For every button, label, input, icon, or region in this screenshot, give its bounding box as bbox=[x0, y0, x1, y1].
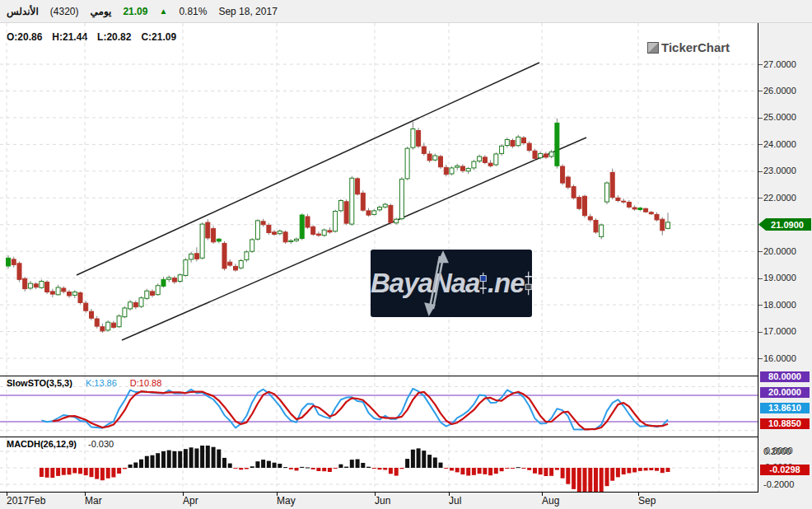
up-arrow-icon: ▲ bbox=[159, 7, 167, 16]
timeframe-selector[interactable]: يومي bbox=[90, 6, 111, 17]
price-tick-label: 24.0000 bbox=[763, 139, 796, 149]
price-tick-mark bbox=[758, 198, 763, 198]
price-tick-mark bbox=[758, 251, 763, 252]
month-tick-mark bbox=[277, 492, 278, 496]
month-tick-mark bbox=[375, 492, 376, 496]
bayanaat-watermark: BayaNaa .ne bbox=[371, 250, 532, 317]
last-price: 21.09 bbox=[123, 6, 147, 17]
macd-indicator-label[interactable]: MACDH(26,12,9) bbox=[7, 439, 77, 449]
sto-panel-header: SlowSTO(3,5,3) K:13.86 D:10.88 bbox=[7, 378, 161, 388]
watermark-arrows-icon bbox=[371, 250, 532, 317]
header-bar: الأندلس (4320) يومي 21.09 ▲ 0.81% Sep 18… bbox=[0, 0, 812, 23]
sto-level-20-badge: 20.0000 bbox=[760, 387, 810, 398]
quote-date: Sep 18, 2017 bbox=[218, 6, 277, 17]
macd-last-badge: -0.0298 bbox=[760, 465, 810, 475]
change-percent: 0.81% bbox=[179, 6, 207, 17]
sto-indicator-label[interactable]: SlowSTO(3,5,3) bbox=[7, 378, 72, 388]
main-price-chart[interactable] bbox=[0, 23, 758, 376]
price-tick-label: 23.0000 bbox=[763, 166, 796, 175]
price-tick-label: 25.0000 bbox=[763, 112, 796, 122]
sto-k-badge: 13.8610 bbox=[760, 403, 810, 413]
candles-series bbox=[7, 119, 670, 333]
macd-upper-grid-label: 0.2000 bbox=[763, 446, 791, 456]
price-tick-label: 16.0000 bbox=[763, 353, 796, 363]
month-label: Sep bbox=[638, 495, 656, 507]
price-tick-mark bbox=[758, 64, 763, 65]
month-tick-mark bbox=[542, 492, 543, 496]
sto-k-value: K:13.86 bbox=[86, 378, 117, 388]
macd-histogram-bars bbox=[40, 446, 670, 492]
last-price-tag: 21.0900 bbox=[758, 218, 811, 231]
macd-lower-grid-label: -0.2000 bbox=[763, 479, 794, 489]
sto-d-value: D:10.88 bbox=[130, 378, 162, 388]
sto-d-badge: 10.8850 bbox=[760, 418, 810, 429]
month-label: Mar bbox=[85, 495, 102, 507]
price-tick-mark bbox=[758, 332, 763, 333]
price-tick-label: 26.0000 bbox=[763, 86, 796, 96]
price-tick-label: 27.0000 bbox=[763, 59, 796, 69]
tickerchart-label: TickerChart bbox=[661, 40, 730, 54]
macd-panel-header: MACDH(26,12,9) -0.030 bbox=[7, 439, 114, 449]
month-tick-mark bbox=[85, 492, 86, 496]
time-axis-labels[interactable]: 2017FebMarAprMayJunJulAugSep bbox=[0, 493, 812, 509]
price-tick-mark bbox=[758, 91, 763, 91]
price-axis[interactable]: 27.000026.000025.000024.000023.000022.00… bbox=[758, 23, 812, 493]
month-label: Aug bbox=[542, 495, 559, 507]
tickerchart-logo: TickerChart bbox=[647, 40, 730, 54]
price-tick-label: 22.0000 bbox=[763, 193, 796, 203]
price-tick-mark bbox=[758, 118, 763, 119]
symbol-code: (4320) bbox=[50, 6, 79, 17]
month-tick-mark bbox=[183, 492, 184, 496]
month-label: 2017Feb bbox=[7, 495, 45, 507]
month-tick-mark bbox=[449, 492, 450, 496]
macd-value: -0.030 bbox=[88, 439, 114, 449]
price-tick-mark bbox=[758, 358, 763, 359]
month-tick-mark bbox=[638, 492, 639, 496]
month-tick-mark bbox=[7, 492, 7, 496]
price-tick-mark bbox=[758, 171, 763, 172]
month-label: Jul bbox=[449, 495, 461, 507]
month-label: Apr bbox=[183, 495, 198, 507]
price-tick-label: 20.0000 bbox=[763, 246, 796, 256]
month-label: Jun bbox=[375, 495, 390, 507]
price-tick-label: 17.0000 bbox=[763, 326, 796, 336]
price-tick-mark bbox=[758, 144, 763, 145]
price-tick-mark bbox=[758, 278, 763, 279]
month-label: May bbox=[277, 495, 296, 507]
tickerchart-app: الأندلس (4320) يومي 21.09 ▲ 0.81% Sep 18… bbox=[0, 0, 812, 509]
tickerchart-icon bbox=[647, 42, 659, 54]
price-tick-mark bbox=[758, 305, 763, 306]
symbol-name[interactable]: الأندلس bbox=[7, 6, 39, 17]
price-tick-label: 18.0000 bbox=[763, 300, 796, 310]
price-tick-label: 19.0000 bbox=[763, 273, 796, 283]
sto-level-80-badge: 80.0000 bbox=[760, 371, 810, 382]
